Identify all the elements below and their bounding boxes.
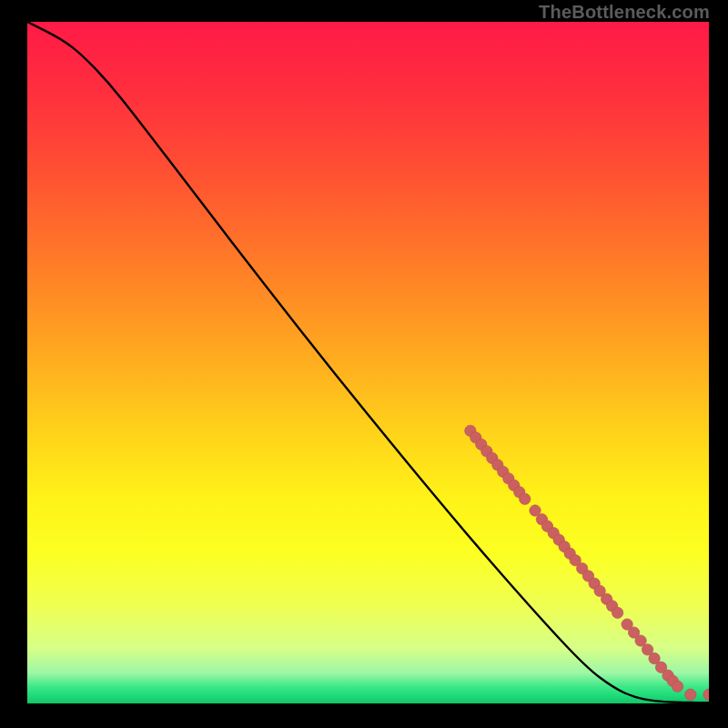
data-marker bbox=[520, 493, 531, 504]
data-marker bbox=[672, 681, 682, 692]
data-marker bbox=[685, 689, 696, 700]
data-marker bbox=[612, 607, 622, 618]
chart-plot bbox=[27, 22, 709, 703]
watermark-text: TheBottleneck.com bbox=[539, 2, 710, 23]
